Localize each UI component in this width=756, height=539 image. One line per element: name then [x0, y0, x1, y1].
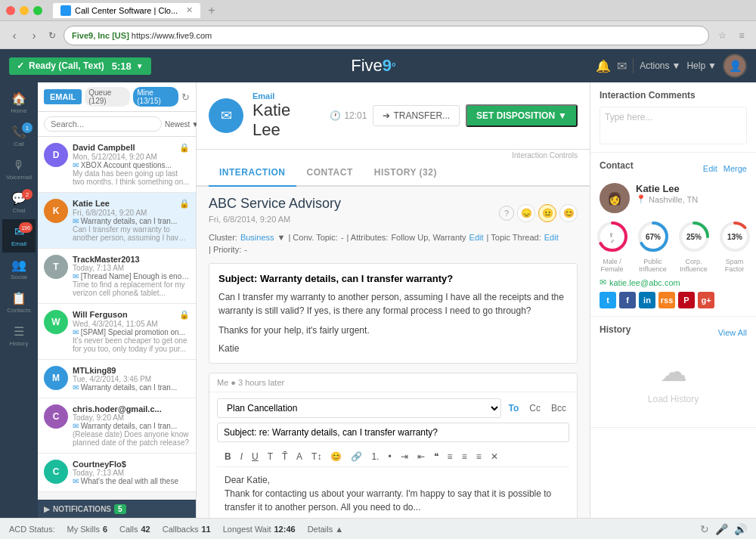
email-item-avatar: D — [44, 143, 68, 167]
call-badge: 1 — [22, 122, 33, 133]
refresh-list-icon[interactable]: ↻ — [181, 91, 190, 103]
neutral-emoji-btn[interactable]: 😐 — [538, 204, 556, 222]
underline-btn[interactable]: U — [249, 450, 262, 463]
actions-menu[interactable]: Actions ▼ — [640, 60, 680, 71]
email-item-subject: ✉ XBOX Account questions... — [73, 161, 190, 169]
indent-btn[interactable]: ⇥ — [398, 450, 411, 463]
maximize-btn[interactable] — [33, 6, 42, 15]
message-icon[interactable]: ✉ — [617, 59, 627, 73]
google-icon[interactable]: g+ — [698, 292, 714, 308]
mic-icon[interactable]: 🎤 — [715, 523, 728, 535]
sidebar-item-voicemail[interactable]: 🎙 Voicemail — [2, 153, 36, 186]
text-size-btn[interactable]: T↕ — [308, 450, 324, 463]
comments-input[interactable]: Type here... — [600, 107, 747, 144]
sad-emoji-btn[interactable]: 😞 — [517, 204, 535, 222]
rss-icon[interactable]: rss — [658, 292, 675, 308]
sidebar-item-contacts[interactable]: 📋 Contacts — [2, 286, 36, 319]
set-disposition-button[interactable]: SET DISPOSITION ▼ — [466, 104, 578, 127]
email-item-preview: (Release date) Does anyone know planned … — [73, 430, 190, 447]
text-format2-btn[interactable]: T̄ — [279, 450, 290, 463]
email-search-bar: Newest ▼ — [38, 112, 196, 137]
sidebar-item-home[interactable]: 🏠 Home — [2, 86, 36, 119]
address-field[interactable]: Five9, Inc [US] https://www.five9.com — [64, 26, 709, 45]
notification-icon[interactable]: 🔔 — [596, 59, 611, 73]
sidebar-item-call[interactable]: 1 📞 Call — [2, 119, 36, 153]
notifications-bar[interactable]: ▶ NOTIFICATIONS 5 — [38, 500, 196, 518]
new-tab-btn[interactable]: + — [208, 4, 215, 17]
email-list-item[interactable]: C CourtneyFlo$ Today, 7:13 AM ✉ What's t… — [38, 454, 196, 492]
forward-button[interactable]: › — [26, 27, 42, 44]
outdent-btn[interactable]: ⇤ — [414, 450, 428, 463]
clear-format-btn[interactable]: ✕ — [488, 450, 501, 463]
bookmark-icon[interactable]: ☆ — [714, 27, 730, 44]
help-circle-icon[interactable]: ? — [499, 206, 514, 221]
details-item[interactable]: Details ▲ — [308, 525, 344, 534]
sidebar-item-chat[interactable]: 2 💬 Chat — [2, 186, 36, 219]
text-format-btn[interactable]: T — [265, 450, 276, 463]
align-left-btn[interactable]: ≡ — [445, 450, 456, 463]
bcc-label[interactable]: Bcc — [548, 401, 569, 415]
facebook-icon[interactable]: f — [619, 292, 636, 308]
linkedin-icon[interactable]: in — [639, 292, 655, 308]
unordered-list-btn[interactable]: • — [385, 450, 394, 463]
cc-label[interactable]: Cc — [526, 401, 544, 415]
load-history-label[interactable]: Load History — [648, 394, 699, 404]
sidebar-item-social[interactable]: 👥 Social — [2, 252, 36, 286]
plan-select[interactable]: Plan Cancellation — [217, 398, 501, 418]
tab-contact[interactable]: CONTACT — [296, 160, 364, 187]
align-right-btn[interactable]: ≡ — [473, 450, 485, 463]
refresh-button[interactable]: ↻ — [45, 29, 59, 42]
cluster-value[interactable]: Business — [240, 233, 274, 242]
sidebar-item-email[interactable]: 196 ✉ Email — [2, 219, 36, 252]
email-list-item[interactable]: W Will Ferguson 🔒 Wed, 4/3/2014, 11:05 A… — [38, 304, 196, 360]
pinterest-icon[interactable]: P — [678, 292, 695, 308]
location-pin-icon: 📍 — [636, 194, 646, 204]
align-center-btn[interactable]: ≡ — [459, 450, 470, 463]
link-btn[interactable]: 🔗 — [348, 450, 365, 463]
tab-close-icon[interactable]: ✕ — [186, 5, 193, 15]
twitter-icon[interactable]: t — [600, 292, 616, 308]
attributes-edit-link[interactable]: Edit — [469, 233, 484, 242]
contact-email[interactable]: ✉ katie.lee@abc.com — [600, 277, 747, 287]
sidebar-label-contacts: Contacts — [7, 307, 31, 314]
quote-btn[interactable]: ❝ — [431, 450, 442, 463]
queue-badge[interactable]: Queue (129) — [85, 87, 130, 107]
view-all-link[interactable]: View All — [718, 328, 747, 337]
refresh-status-icon[interactable]: ↻ — [700, 523, 709, 535]
email-list-item[interactable]: M MTLking89 Tue, 4/2/2014, 3:46 PM ✉ War… — [38, 360, 196, 398]
emoji-btn2[interactable]: 😊 — [327, 450, 345, 463]
mine-badge[interactable]: Mine (13/15) — [133, 87, 178, 107]
sidebar-item-history[interactable]: ☰ History — [2, 319, 36, 352]
font-color-btn[interactable]: A — [293, 450, 305, 463]
transfer-button[interactable]: ➔ TRANSFER... — [373, 105, 460, 126]
happy-emoji-btn[interactable]: 😊 — [559, 204, 578, 222]
email-list-item[interactable]: T TrackMaster2013 Today, 7:13 AM ✉ [Thre… — [38, 249, 196, 304]
tab-interaction[interactable]: INTERACTION — [209, 160, 296, 187]
edit-contact-link[interactable]: Edit — [703, 164, 717, 173]
user-avatar[interactable]: 👤 — [723, 54, 747, 78]
status-badge[interactable]: ✓ Ready (Call, Text) 5:18 ▼ — [9, 57, 151, 75]
back-button[interactable]: ‹ — [6, 27, 23, 44]
tab-history[interactable]: HISTORY (32) — [364, 160, 448, 187]
email-list-item[interactable]: C chris.hoder@gmail.c... Today, 9:20 AM … — [38, 398, 196, 454]
bold-btn[interactable]: B — [222, 450, 234, 463]
email-list-item[interactable]: K Katie Lee 🔒 Fri, 6/8/2014, 9:20 AM ✉ W… — [38, 193, 196, 249]
sort-dropdown[interactable]: Newest ▼ — [165, 116, 199, 132]
italic-btn[interactable]: I — [237, 450, 246, 463]
volume-icon[interactable]: 🔊 — [734, 523, 747, 535]
reply-subject-input[interactable] — [217, 423, 569, 442]
email-tab[interactable]: EMAIL — [44, 89, 82, 104]
email-list-item[interactable]: D David Campbell 🔒 Mon, 5/12/2014, 9:20 … — [38, 137, 196, 193]
reply-text-area[interactable]: Dear Katie,Thank for contacting us about… — [217, 467, 569, 518]
to-label[interactable]: To — [506, 401, 522, 415]
ordered-list-btn[interactable]: 1. — [368, 450, 382, 463]
browser-tab[interactable]: Call Center Software | Clo... ✕ — [53, 3, 200, 18]
status-bar-right: ↻ 🎤 🔊 — [700, 523, 747, 535]
merge-contact-link[interactable]: Merge — [723, 164, 747, 173]
topic-thread-edit-link[interactable]: Edit — [544, 233, 559, 242]
settings-icon[interactable]: ≡ — [733, 27, 750, 44]
help-menu[interactable]: Help ▼ — [686, 60, 717, 71]
minimize-btn[interactable] — [20, 6, 29, 15]
email-search-input[interactable] — [44, 116, 162, 132]
close-btn[interactable] — [6, 6, 15, 15]
